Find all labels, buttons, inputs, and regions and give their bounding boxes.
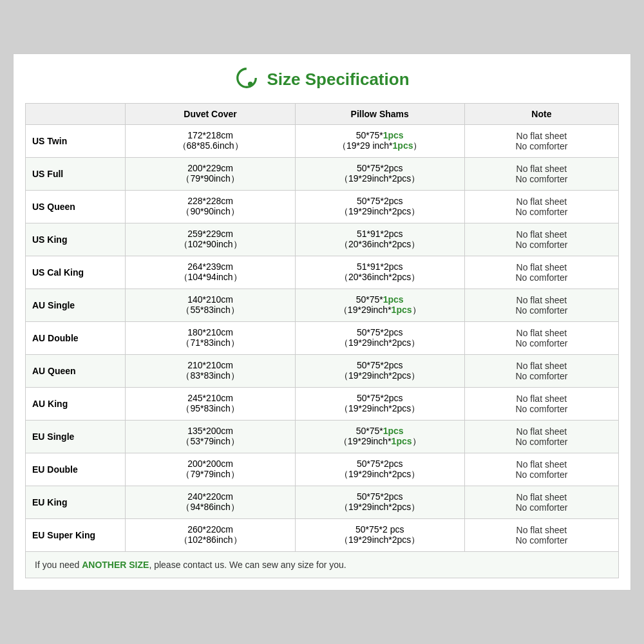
pillow-cell: 50*75*1pcs（19*29 inch*1pcs） <box>295 125 464 158</box>
note-cell: No flat sheetNo comforter <box>464 125 618 158</box>
size-cell: AU Single <box>26 289 126 322</box>
note-cell: No flat sheetNo comforter <box>464 322 618 355</box>
table-row: AU Single140*210cm（55*83inch）50*75*1pcs（… <box>26 289 619 322</box>
pillow-cell: 51*91*2pcs（20*36inch*2pcs） <box>295 223 464 256</box>
pillow-cell: 50*75*2 pcs（19*29inch*2pcs） <box>295 519 464 552</box>
footer-cell: If you need ANOTHER SIZE, please contact… <box>26 552 619 578</box>
size-cell: US Queen <box>26 191 126 223</box>
pillow-cell: 50*75*2pcs（19*29inch*2pcs） <box>295 486 464 519</box>
duvet-cell: 172*218cm（68*85.6inch） <box>126 125 295 158</box>
footer-row: If you need ANOTHER SIZE, please contact… <box>26 552 619 578</box>
table-row: US Queen228*228cm（90*90inch）50*75*2pcs（1… <box>26 191 619 223</box>
table-row: AU Queen210*210cm（83*83inch）50*75*2pcs（1… <box>26 355 619 388</box>
size-cell: EU Single <box>26 421 126 453</box>
pillow-cell: 50*75*2pcs（19*29inch*2pcs） <box>295 453 464 486</box>
size-cell: US Full <box>26 158 126 191</box>
pillow-cell: 50*75*1pcs（19*29inch*1pcs） <box>295 289 464 322</box>
table-row: US King259*229cm（102*90inch）51*91*2pcs（2… <box>26 223 619 256</box>
table-row: US Cal King264*239cm（104*94inch）51*91*2p… <box>26 256 619 289</box>
col-size-header <box>26 104 126 125</box>
duvet-cell: 135*200cm（53*79inch） <box>126 421 295 453</box>
svg-point-1 <box>248 82 253 87</box>
table-row: EU Double200*200cm（79*79inch）50*75*2pcs（… <box>26 453 619 486</box>
duvet-cell: 260*220cm（102*86inch） <box>126 519 295 552</box>
duvet-cell: 180*210cm（71*83inch） <box>126 322 295 355</box>
size-cell: US Cal King <box>26 256 126 289</box>
note-cell: No flat sheetNo comforter <box>464 519 618 552</box>
size-table: Duvet Cover Pillow Shams Note US Twin172… <box>25 103 619 578</box>
table-row: EU Single135*200cm（53*79inch）50*75*1pcs（… <box>26 421 619 453</box>
note-cell: No flat sheetNo comforter <box>464 256 618 289</box>
duvet-cell: 228*228cm（90*90inch） <box>126 191 295 223</box>
size-cell: AU Double <box>26 322 126 355</box>
duvet-cell: 240*220cm（94*86inch） <box>126 486 295 519</box>
header: Size Specification <box>25 66 619 93</box>
table-row: US Twin172*218cm（68*85.6inch）50*75*1pcs（… <box>26 125 619 158</box>
another-size-text: ANOTHER SIZE <box>82 560 149 570</box>
duvet-cell: 245*210cm（95*83inch） <box>126 388 295 421</box>
note-cell: No flat sheetNo comforter <box>464 388 618 421</box>
col-duvet-header: Duvet Cover <box>126 104 295 125</box>
note-cell: No flat sheetNo comforter <box>464 223 618 256</box>
table-row: AU King245*210cm（95*83inch）50*75*2pcs（19… <box>26 388 619 421</box>
size-cell: EU King <box>26 486 126 519</box>
size-cell: US Twin <box>26 125 126 158</box>
size-cell: EU Super King <box>26 519 126 552</box>
note-cell: No flat sheetNo comforter <box>464 453 618 486</box>
pillow-cell: 50*75*2pcs（19*29inch*2pcs） <box>295 158 464 191</box>
duvet-cell: 259*229cm（102*90inch） <box>126 223 295 256</box>
table-header-row: Duvet Cover Pillow Shams Note <box>26 104 619 125</box>
table-row: EU Super King260*220cm（102*86inch）50*75*… <box>26 519 619 552</box>
size-cell: EU Double <box>26 453 126 486</box>
table-row: AU Double180*210cm（71*83inch）50*75*2pcs（… <box>26 322 619 355</box>
pillow-cell: 51*91*2pcs（20*36inch*2pcs） <box>295 256 464 289</box>
main-card: Size Specification Duvet Cover Pillow Sh… <box>13 53 631 591</box>
note-cell: No flat sheetNo comforter <box>464 289 618 322</box>
pillow-cell: 50*75*2pcs（19*29inch*2pcs） <box>295 388 464 421</box>
svg-point-0 <box>238 69 256 88</box>
duvet-cell: 210*210cm（83*83inch） <box>126 355 295 388</box>
note-cell: No flat sheetNo comforter <box>464 486 618 519</box>
size-cell: AU Queen <box>26 355 126 388</box>
page-title: Size Specification <box>267 70 409 90</box>
size-cell: US King <box>26 223 126 256</box>
col-pillow-header: Pillow Shams <box>295 104 464 125</box>
pillow-cell: 50*75*2pcs（19*29inch*2pcs） <box>295 191 464 223</box>
duvet-cell: 200*229cm（79*90inch） <box>126 158 295 191</box>
pillow-cell: 50*75*2pcs（19*29inch*2pcs） <box>295 355 464 388</box>
note-cell: No flat sheetNo comforter <box>464 355 618 388</box>
pillow-cell: 50*75*2pcs（19*29inch*2pcs） <box>295 322 464 355</box>
duvet-cell: 264*239cm（104*94inch） <box>126 256 295 289</box>
size-cell: AU King <box>26 388 126 421</box>
table-row: EU King240*220cm（94*86inch）50*75*2pcs（19… <box>26 486 619 519</box>
duvet-cell: 200*200cm（79*79inch） <box>126 453 295 486</box>
duvet-cell: 140*210cm（55*83inch） <box>126 289 295 322</box>
note-cell: No flat sheetNo comforter <box>464 158 618 191</box>
pillow-cell: 50*75*1pcs（19*29inch*1pcs） <box>295 421 464 453</box>
col-note-header: Note <box>464 104 618 125</box>
note-cell: No flat sheetNo comforter <box>464 191 618 223</box>
size-icon <box>234 66 259 93</box>
table-row: US Full200*229cm（79*90inch）50*75*2pcs（19… <box>26 158 619 191</box>
note-cell: No flat sheetNo comforter <box>464 421 618 453</box>
